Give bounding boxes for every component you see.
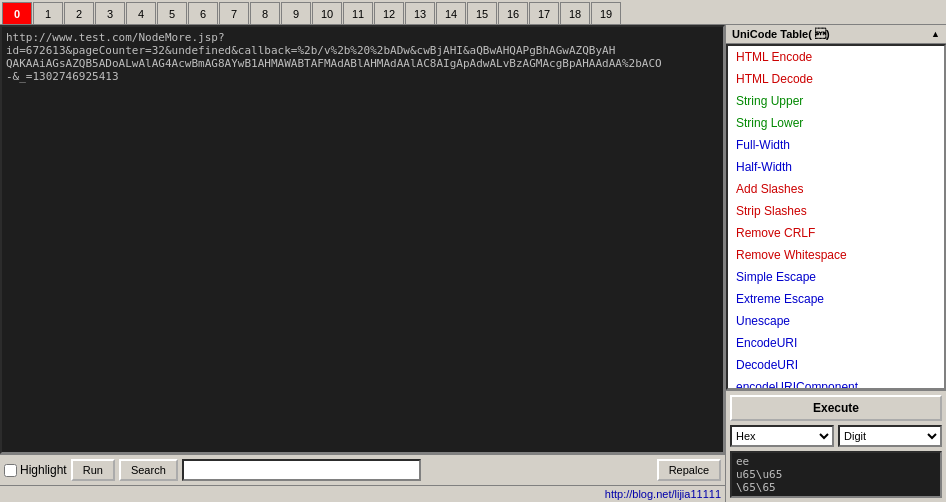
right-panel: UniCode Table( ) ▲ HTML Encode HTML Dec… (726, 25, 946, 502)
menu-item-encode-uri-component[interactable]: encodeURIComponent (728, 376, 944, 390)
menu-list: HTML Encode HTML Decode String Upper Str… (726, 44, 946, 390)
tab-7[interactable]: 7 (219, 2, 249, 24)
menu-item-strip-slashes[interactable]: Strip Slashes (728, 200, 944, 222)
tab-11[interactable]: 11 (343, 2, 373, 24)
tab-13[interactable]: 13 (405, 2, 435, 24)
tab-5[interactable]: 5 (157, 2, 187, 24)
tab-17[interactable]: 17 (529, 2, 559, 24)
menu-item-extreme-escape[interactable]: Extreme Escape (728, 288, 944, 310)
unicode-title: UniCode Table( ) (732, 28, 830, 40)
execute-row: Hex Dec Oct Bin Digit String (730, 425, 942, 447)
search-button[interactable]: Search (119, 459, 178, 481)
main-container: 0 1 2 3 4 5 6 7 8 9 10 11 12 13 14 15 16… (0, 0, 946, 502)
menu-item-unescape[interactable]: Unescape (728, 310, 944, 332)
content-area: http://www.test.com/NodeMore.jsp? id=672… (0, 25, 946, 502)
menu-item-remove-crlf[interactable]: Remove CRLF (728, 222, 944, 244)
run-button[interactable]: Run (71, 459, 115, 481)
highlight-text: Highlight (20, 463, 67, 477)
tab-4[interactable]: 4 (126, 2, 156, 24)
tab-bar: 0 1 2 3 4 5 6 7 8 9 10 11 12 13 14 15 16… (0, 0, 946, 25)
search-input[interactable] (182, 459, 421, 481)
tab-1[interactable]: 1 (33, 2, 63, 24)
menu-item-remove-whitespace[interactable]: Remove Whitespace (728, 244, 944, 266)
output-area: eeu65\u65\65\65 (730, 451, 942, 498)
menu-item-html-decode[interactable]: HTML Decode (728, 68, 944, 90)
menu-item-html-encode[interactable]: HTML Encode (728, 46, 944, 68)
text-editor[interactable]: http://www.test.com/NodeMore.jsp? id=672… (0, 25, 725, 454)
scroll-up-icon[interactable]: ▲ (931, 29, 940, 39)
execute-button[interactable]: Execute (730, 395, 942, 421)
menu-item-encode-uri[interactable]: EncodeURI (728, 332, 944, 354)
tab-10[interactable]: 10 (312, 2, 342, 24)
tab-12[interactable]: 12 (374, 2, 404, 24)
tab-2[interactable]: 2 (64, 2, 94, 24)
execute-section: Execute Hex Dec Oct Bin Digit String eeu… (726, 390, 946, 502)
digit-select[interactable]: Digit String (838, 425, 942, 447)
unicode-header: UniCode Table( ) ▲ (726, 25, 946, 44)
bottom-toolbar: Highlight Run Search Repalce (0, 454, 725, 485)
menu-item-full-width[interactable]: Full-Width (728, 134, 944, 156)
menu-item-add-slashes[interactable]: Add Slashes (728, 178, 944, 200)
menu-item-string-upper[interactable]: String Upper (728, 90, 944, 112)
repalce-button[interactable]: Repalce (657, 459, 721, 481)
tab-14[interactable]: 14 (436, 2, 466, 24)
tab-0[interactable]: 0 (2, 2, 32, 24)
status-bar: http://blog.net/lijia11111 (0, 485, 725, 502)
highlight-label[interactable]: Highlight (4, 463, 67, 477)
menu-item-string-lower[interactable]: String Lower (728, 112, 944, 134)
hex-select[interactable]: Hex Dec Oct Bin (730, 425, 834, 447)
tab-15[interactable]: 15 (467, 2, 497, 24)
menu-item-simple-escape[interactable]: Simple Escape (728, 266, 944, 288)
tab-16[interactable]: 16 (498, 2, 528, 24)
highlight-checkbox[interactable] (4, 464, 17, 477)
menu-item-decode-uri[interactable]: DecodeURI (728, 354, 944, 376)
tab-8[interactable]: 8 (250, 2, 280, 24)
tab-3[interactable]: 3 (95, 2, 125, 24)
tab-6[interactable]: 6 (188, 2, 218, 24)
left-panel: http://www.test.com/NodeMore.jsp? id=672… (0, 25, 726, 502)
tab-9[interactable]: 9 (281, 2, 311, 24)
tab-19[interactable]: 19 (591, 2, 621, 24)
tab-18[interactable]: 18 (560, 2, 590, 24)
menu-item-half-width[interactable]: Half-Width (728, 156, 944, 178)
status-url: http://blog.net/lijia11111 (605, 488, 721, 500)
